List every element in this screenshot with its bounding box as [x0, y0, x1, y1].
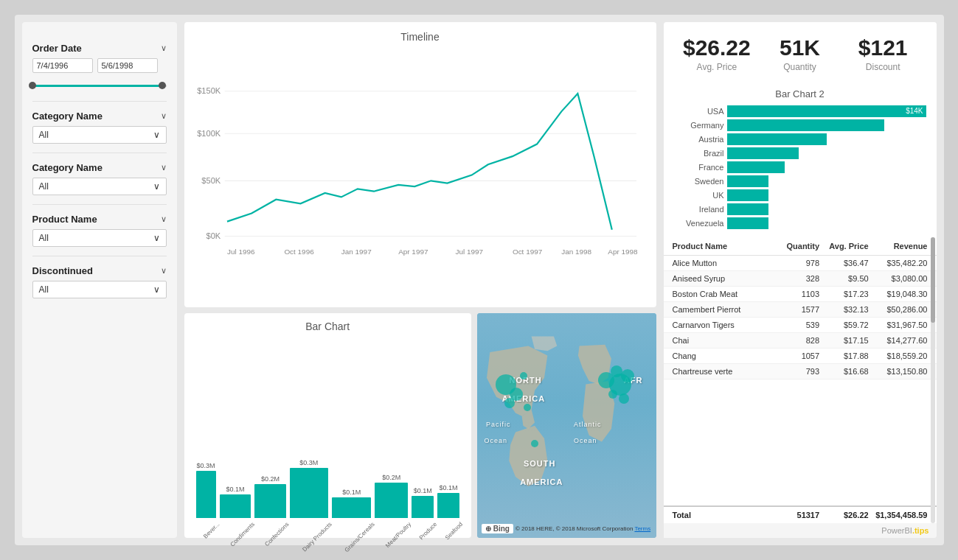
watermark-accent: .tips [912, 526, 929, 535]
bar2-country-label: Venezuela [674, 219, 724, 228]
row-rev: $31,967.50 [869, 321, 928, 329]
bing-branding: ⊕ Bing © 2018 HERE, © 2018 Microsoft Cor… [482, 524, 650, 533]
row-price: $17.88 [819, 351, 869, 360]
bar-category-label: Condiments [229, 521, 256, 548]
category1-title: Category Name [32, 111, 103, 122]
discontinued-value: All [39, 284, 49, 295]
bar-category-label: Meat/Poultry [385, 521, 413, 549]
bar2-row: France $4K [674, 161, 926, 173]
svg-text:Oct 1997: Oct 1997 [512, 248, 542, 256]
map-pacific-label: Pacific [486, 421, 511, 428]
bar-col: $0.3M Dairy Products [290, 459, 328, 528]
product-title: Product Name [32, 214, 97, 225]
kpi-avg-price-label: Avg. Price [676, 62, 759, 72]
product-filter: Product Name ∨ All ∨ [32, 205, 167, 256]
map-atlantic-label: Atlantic [574, 421, 602, 428]
date-start-input[interactable]: 7/4/1996 [32, 58, 93, 73]
product-header[interactable]: Product Name ∨ [32, 214, 167, 225]
date-slider[interactable] [32, 79, 167, 92]
map-bubble [504, 398, 515, 408]
row-price: $17.15 [819, 336, 869, 345]
bar-rect [254, 484, 285, 518]
bar2-bar-wrap: $3K [727, 189, 926, 201]
scroll-thumb[interactable] [931, 237, 935, 323]
bar-value-label: $0.1M [226, 486, 244, 493]
bar-col: $0.1M Condiments [220, 486, 251, 528]
svg-text:Jul 1996: Jul 1996 [227, 248, 255, 256]
row-rev: $50,286.00 [869, 305, 928, 314]
date-end-input[interactable]: 5/6/1998 [97, 58, 158, 73]
slider-thumb-left[interactable] [29, 82, 36, 89]
bar2-country-label: USA [674, 107, 724, 116]
discontinued-dropdown[interactable]: All ∨ [32, 281, 167, 298]
bar2-bar-wrap: $4K [727, 161, 926, 173]
bar-chart2-section: Bar Chart 2 USA $14K Germany $11K Austri… [664, 83, 937, 237]
bar2-bar: $3K [727, 203, 769, 215]
map-bubble [531, 440, 538, 447]
date-range-inputs: 7/4/1996 5/6/1998 [32, 58, 167, 73]
category2-dropdown[interactable]: All ∨ [32, 178, 167, 195]
svg-text:Apr 1998: Apr 1998 [608, 248, 638, 256]
bar-value-label: $0.1M [439, 484, 457, 491]
bar2-row: Austria $7K [674, 133, 926, 145]
bar-rect [290, 468, 328, 518]
row-name: Camembert Pierrot [673, 305, 771, 314]
table-row: Boston Crab Meat 1103 $17.23 $19,048.30 [664, 287, 937, 302]
bar2-country-label: Brazil [674, 149, 724, 158]
bar-col: $0.1M Grains/Cereals [332, 489, 371, 528]
row-name: Carnarvon Tigers [673, 321, 771, 329]
table-row: Camembert Pierrot 1577 $32.13 $50,286.00 [664, 302, 937, 318]
row-rev: $14,277.60 [869, 336, 928, 345]
svg-text:Apr 1997: Apr 1997 [398, 248, 428, 256]
discontinued-header[interactable]: Discontinued ∨ [32, 265, 167, 276]
slider-thumb-right[interactable] [159, 82, 166, 89]
map-bubble [520, 372, 527, 379]
row-price: $32.13 [819, 305, 869, 314]
category2-filter: Category Name ∨ All ∨ [32, 153, 167, 205]
table-row: Alice Mutton 978 $36.47 $35,482.20 [664, 256, 937, 271]
bar2-row: Brazil $5K [674, 147, 926, 159]
table-row: Chai 828 $17.15 $14,277.60 [664, 333, 937, 349]
bar-rect [375, 483, 408, 518]
row-qty: 793 [771, 367, 820, 376]
table-body: Alice Mutton 978 $36.47 $35,482.20 Anise… [664, 256, 937, 505]
row-qty: 828 [771, 336, 820, 345]
map-bubble [621, 369, 634, 382]
map-bubble [619, 393, 629, 404]
bar2-value-label: $3K [910, 189, 923, 201]
order-date-header[interactable]: Order Date ∨ [32, 43, 167, 54]
svg-text:$0K: $0K [206, 231, 221, 240]
row-qty: 1577 [771, 305, 820, 314]
bar-rect [437, 493, 459, 518]
bar-rect [332, 497, 371, 518]
row-price: $16.68 [819, 367, 869, 376]
category1-header[interactable]: Category Name ∨ [32, 111, 167, 122]
bar-col: $0.1M Produce [412, 487, 434, 528]
map-bubble [608, 390, 617, 399]
bar-category-label: Produce [418, 521, 438, 541]
scroll-indicator[interactable] [931, 237, 935, 523]
order-date-title: Order Date [32, 43, 82, 54]
product-dropdown-icon: ∨ [153, 233, 160, 243]
bar2-value-label: $11K [906, 119, 923, 131]
product-chevron-icon: ∨ [161, 214, 167, 224]
row-rev: $19,048.30 [869, 290, 928, 298]
row-name: Chartreuse verte [673, 367, 771, 376]
order-date-filter: Order Date ∨ 7/4/1996 5/6/1998 [32, 34, 167, 102]
category1-dropdown[interactable]: All ∨ [32, 126, 167, 144]
bar2-bar-wrap: $3K [727, 203, 926, 215]
bar2-value-label: $14K [906, 105, 923, 117]
bar2-country-label: Ireland [674, 205, 724, 214]
row-rev: $35,482.20 [869, 259, 928, 267]
bing-logo: ⊕ Bing [482, 524, 513, 533]
row-qty: 328 [771, 274, 820, 283]
category2-chevron-icon: ∨ [161, 163, 167, 172]
timeline-svg: $150K $100K $50K $0K Jul 1996 Oct 1996 J… [196, 49, 645, 297]
row-name: Chai [673, 336, 771, 345]
total-rev: $1,354,458.59 [869, 511, 928, 519]
category2-header[interactable]: Category Name ∨ [32, 162, 167, 173]
bar-category-label: Grains/Cereals [344, 521, 376, 553]
product-dropdown[interactable]: All ∨ [32, 229, 167, 247]
bar2-row: UK $3K [674, 189, 926, 201]
bing-terms[interactable]: Terms [634, 525, 650, 532]
